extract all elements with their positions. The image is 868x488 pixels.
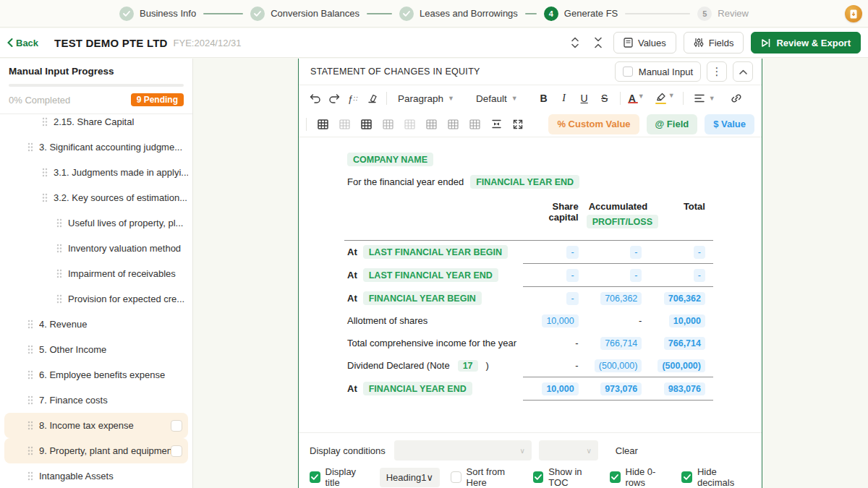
field-tag[interactable]: LAST FINANCIAL YEAR END [363, 268, 498, 282]
value-chip[interactable]: 706,362 [600, 292, 642, 305]
field-tag[interactable]: LAST FINANCIAL YEAR BEGIN [363, 245, 508, 259]
drag-handle-icon[interactable] [27, 471, 33, 481]
sidebar-item-checkbox[interactable] [171, 420, 182, 432]
fields-button[interactable]: Fields [684, 32, 744, 53]
sidebar-item[interactable]: 9. Property, plant and equipment [4, 438, 188, 463]
back-button[interactable]: Back [7, 38, 38, 48]
drag-handle-icon[interactable] [42, 193, 48, 202]
value-chip[interactable]: (500,000) [658, 359, 705, 372]
add-column-left-icon[interactable] [420, 116, 442, 133]
review-export-button[interactable]: Review & Export [751, 32, 861, 53]
option-hide-decimals[interactable]: Hide decimals [681, 466, 751, 488]
drag-handle-icon[interactable] [27, 370, 33, 380]
manual-input-toggle[interactable]: Manual Input [615, 61, 701, 82]
collapse-section-button[interactable] [733, 61, 753, 82]
financial-year-end-tag[interactable]: FINANCIAL YEAR END [470, 175, 579, 189]
drag-handle-icon[interactable] [42, 117, 48, 127]
manual-input-checkbox[interactable] [623, 67, 633, 77]
clear-format-icon[interactable] [362, 90, 381, 107]
drag-handle-icon[interactable] [27, 142, 33, 152]
undo-icon[interactable] [306, 90, 325, 107]
stepper-step-1[interactable]: Business Info [119, 7, 196, 21]
checkbox-checked-icon[interactable] [533, 471, 544, 483]
collapse-all-icon[interactable] [590, 35, 606, 51]
delete-table-icon[interactable] [333, 116, 355, 133]
value-chip[interactable]: - [694, 269, 705, 282]
drag-handle-icon[interactable] [42, 168, 48, 177]
drag-handle-icon[interactable] [56, 269, 62, 278]
sidebar-item[interactable]: Impairment of receivables [4, 261, 188, 286]
clear-conditions-button[interactable]: Clear [616, 445, 638, 456]
value-chip[interactable]: 766,714 [600, 337, 642, 350]
value-chip[interactable]: - [566, 246, 578, 259]
underline-button[interactable]: U [574, 90, 595, 107]
option-show-in-toc[interactable]: Show in TOC [533, 466, 599, 488]
sidebar-item-checkbox[interactable] [171, 445, 182, 457]
note-number-tag[interactable]: 17 [458, 360, 478, 372]
drag-handle-icon[interactable] [56, 294, 62, 304]
drag-handle-icon[interactable] [56, 218, 62, 228]
value-chip[interactable]: 983,076 [664, 382, 705, 395]
checkbox-unchecked-icon[interactable] [451, 471, 461, 483]
values-button[interactable]: Values [613, 32, 676, 53]
custom-value-button[interactable]: % Custom Value [548, 114, 639, 134]
align-dropdown[interactable]: ▼ [689, 89, 721, 108]
option-sort-from-here[interactable]: Sort from Here [451, 466, 522, 488]
sidebar-item[interactable]: Provision for expected cre... [4, 286, 188, 312]
drag-handle-icon[interactable] [27, 320, 33, 329]
value-chip[interactable]: - [630, 246, 642, 259]
value-chip[interactable]: 766,714 [664, 337, 705, 350]
value-chip[interactable]: - [566, 292, 578, 305]
sidebar-item[interactable]: Useful lives of property, pl... [4, 210, 188, 236]
field-tag[interactable]: FINANCIAL YEAR BEGIN [363, 291, 482, 305]
expand-all-icon[interactable] [567, 35, 583, 51]
text-color-button[interactable]: A ▼ [626, 93, 647, 104]
option-display-title[interactable]: Display title [310, 466, 369, 488]
sidebar-item[interactable]: 4. Revenue [4, 312, 188, 337]
split-cells-icon[interactable] [507, 116, 529, 133]
value-chip[interactable]: - [694, 246, 705, 259]
user-avatar[interactable] [845, 5, 862, 22]
heading-select[interactable]: Heading1∨ [380, 468, 440, 487]
drag-handle-icon[interactable] [56, 244, 62, 253]
insert-table-icon[interactable] [312, 116, 333, 133]
company-name-tag[interactable]: COMPANY NAME [347, 153, 433, 166]
field-button[interactable]: @ Field [647, 114, 698, 134]
delete-row-icon[interactable] [464, 116, 485, 133]
drag-handle-icon[interactable] [27, 421, 33, 430]
highlight-color-button[interactable]: ▼ [653, 92, 678, 105]
redo-icon[interactable] [325, 90, 344, 107]
value-chip[interactable]: 973,076 [600, 382, 642, 395]
more-options-button[interactable]: ⋮ [707, 61, 727, 82]
sidebar-item[interactable]: Inventory valuation method [4, 236, 188, 261]
value-chip[interactable]: 10,000 [542, 314, 578, 328]
sidebar-item[interactable]: 8. Income tax expense [4, 413, 188, 438]
field-tag[interactable]: FINANCIAL YEAR END [363, 382, 472, 395]
italic-button[interactable]: I [554, 90, 574, 107]
option-hide-0-rows[interactable]: Hide 0-rows [610, 466, 671, 488]
value-chip[interactable]: - [630, 269, 642, 282]
table-properties-icon[interactable] [355, 116, 377, 133]
add-row-below-icon[interactable] [377, 116, 399, 133]
checkbox-checked-icon[interactable] [610, 471, 621, 483]
sidebar-item[interactable]: 2.15. Share Capital [4, 114, 188, 134]
profit-loss-tag[interactable]: PROFIT/LOSS [587, 215, 658, 228]
drag-handle-icon[interactable] [27, 446, 33, 455]
value-chip[interactable]: (500,000) [595, 359, 642, 372]
link-icon[interactable] [727, 90, 746, 107]
stepper-step-3[interactable]: Leases and Borrowings [399, 7, 518, 21]
merge-cells-icon[interactable] [485, 116, 507, 133]
checkbox-checked-icon[interactable] [681, 471, 692, 483]
drag-handle-icon[interactable] [27, 395, 33, 405]
sidebar-item[interactable]: Intangable Assets [4, 463, 188, 488]
stepper-step-4[interactable]: 4Generate FS [544, 7, 618, 21]
stepper-step-5[interactable]: 5Review [697, 7, 749, 21]
strikethrough-button[interactable]: S [595, 90, 615, 107]
paragraph-dropdown[interactable]: Paragraph▼ [392, 89, 460, 108]
drag-handle-icon[interactable] [27, 345, 33, 354]
formatting-marks-icon[interactable]: ƒ:: [344, 90, 362, 107]
sidebar-item[interactable]: 5. Other Income [4, 337, 188, 362]
checkbox-checked-icon[interactable] [310, 471, 320, 483]
value-chip[interactable]: - [566, 269, 578, 282]
add-row-above-icon[interactable] [399, 116, 420, 133]
